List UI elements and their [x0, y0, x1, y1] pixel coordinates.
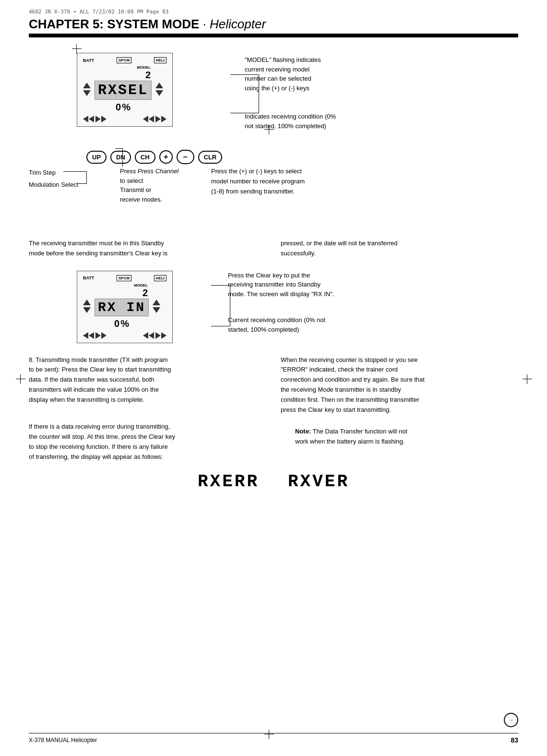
percent-sym-1: % [122, 102, 131, 113]
heli-label-2: HELI [154, 275, 166, 281]
note-col: Note: The Data Transfer function will no… [281, 422, 518, 462]
up-arrow-right-2 [153, 300, 160, 305]
spcm-label-1: SPCM [117, 57, 131, 63]
double-right-arrows-1 [95, 116, 107, 122]
double-left-arrows-1b [143, 116, 154, 122]
annotation-area-1: "MODEL" flashing indicates current recei… [230, 48, 518, 135]
press-keys-text: Press the (+) or (-) keys to select mode… [211, 167, 355, 196]
rxin-bottom-annotation: Current receiving condition (0% not star… [228, 315, 518, 334]
error-display-2: RXVER [288, 472, 349, 492]
up-arrow-right-1 [155, 83, 163, 88]
heli-label-1: HELI [154, 57, 166, 63]
double-right-arrows-2 [95, 332, 107, 339]
model-label-1: MODEL [137, 65, 151, 70]
chapter-light: · Helicopter [203, 17, 266, 31]
percent-val-1: 0 [116, 102, 121, 113]
note-box: Note: The Data Transfer function will no… [295, 427, 518, 447]
body-col2: When the receiving counter is stopped or… [281, 355, 518, 415]
batt-label-1: BATT [83, 58, 94, 63]
double-left-arrows-1 [83, 116, 94, 122]
model-num-1: 2 [137, 70, 151, 81]
diagram-area-1: BATT SPCM HELI [29, 48, 230, 127]
down-arrow-left-2 [83, 307, 91, 313]
spcm-label-2: SPCM [117, 275, 131, 281]
down-arrow-left-1 [83, 90, 91, 96]
rxin-top-annotation: Press the Clear key to put the receiving… [228, 271, 518, 299]
footer-left: X-378 MANUAL Helicopter [29, 737, 97, 744]
diagram-area-2: BATT SPCM HELI [29, 268, 211, 343]
trim-step-label: Trim Step [29, 169, 56, 176]
lcd-main-2: RX IN [95, 299, 149, 316]
transmitter-display-2: BATT SPCM HELI [77, 271, 173, 343]
body-col3: If there is a data receiving error durin… [29, 422, 266, 462]
receiving-condition-annotation: Indicates receiving condition (0% not st… [245, 112, 518, 131]
ch-button[interactable]: CH [135, 151, 155, 164]
model-label-2: MODEL [134, 283, 148, 288]
percent-val-2: 0 [114, 318, 119, 329]
standby-text-section: The receiving transmitter must be in thi… [29, 239, 518, 259]
down-arrow-right-1 [155, 90, 163, 96]
batt-label-2: BATT [83, 276, 94, 280]
transmitter-display-1: BATT SPCM HELI [77, 53, 173, 127]
note-label: Note: [295, 428, 311, 435]
percent-sym-2: % [120, 318, 129, 329]
page-footer: X-378 MANUAL Helicopter 83 [29, 733, 518, 744]
plus-button[interactable]: + [159, 150, 173, 164]
error-display-1: RXERR [198, 472, 259, 492]
double-right-arrows-2b [155, 332, 166, 339]
nav-circle: → [504, 713, 518, 727]
standby-col2: pressed, or the date will not be transfe… [281, 239, 518, 259]
chapter-heading: CHAPTER 5: SYSTEM MODE · Helicopter [29, 17, 518, 32]
modulation-select-label: Modulation Select [29, 181, 78, 188]
error-section: RXERR RXVER [29, 472, 518, 492]
model-num-2: 2 [134, 288, 148, 299]
heading-rule [29, 34, 518, 37]
press-channel-text: Press Press Channel to select Transmit o… [120, 167, 178, 204]
section-rxin: BATT SPCM HELI [29, 268, 518, 343]
section-buttons: UP DN CH + – CLR Trim Step Modulation Se… [29, 150, 518, 224]
page-container: 4682 JR X-378 • ALL 7/23/02 10:08 PM Pag… [0, 0, 547, 756]
double-left-arrows-2 [83, 332, 94, 339]
up-button[interactable]: UP [86, 151, 107, 164]
up-arrow-left-2 [83, 300, 91, 305]
note-text: The Data Transfer function will not work… [295, 428, 407, 445]
up-arrow-left-1 [83, 83, 91, 88]
minus-button[interactable]: – [177, 150, 194, 164]
body-text-section-2: If there is a data receiving error durin… [29, 422, 518, 462]
double-right-arrows-1b [155, 116, 166, 122]
dn-button[interactable]: DN [110, 151, 131, 164]
annotation-area-2: Press the Clear key to put the receiving… [211, 268, 518, 339]
body-text-section-1: 8. Transmitting mode transmitter (TX wit… [29, 355, 518, 415]
standby-col1: The receiving transmitter must be in thi… [29, 239, 266, 259]
print-info: 4682 JR X-378 • ALL 7/23/02 10:08 PM Pag… [29, 9, 518, 15]
lcd-main-1: RXSEL [95, 81, 152, 100]
down-arrow-right-2 [153, 307, 160, 313]
double-left-arrows-2b [143, 332, 154, 339]
clr-button[interactable]: CLR [198, 151, 223, 164]
model-flashing-annotation: "MODEL" flashing indicates current recei… [245, 55, 518, 93]
chapter-bold: CHAPTER 5: SYSTEM MODE [29, 17, 199, 31]
body-col1: 8. Transmitting mode transmitter (TX wit… [29, 355, 266, 415]
footer-right: 83 [511, 736, 518, 744]
section-model-copy: BATT SPCM HELI [29, 48, 518, 135]
